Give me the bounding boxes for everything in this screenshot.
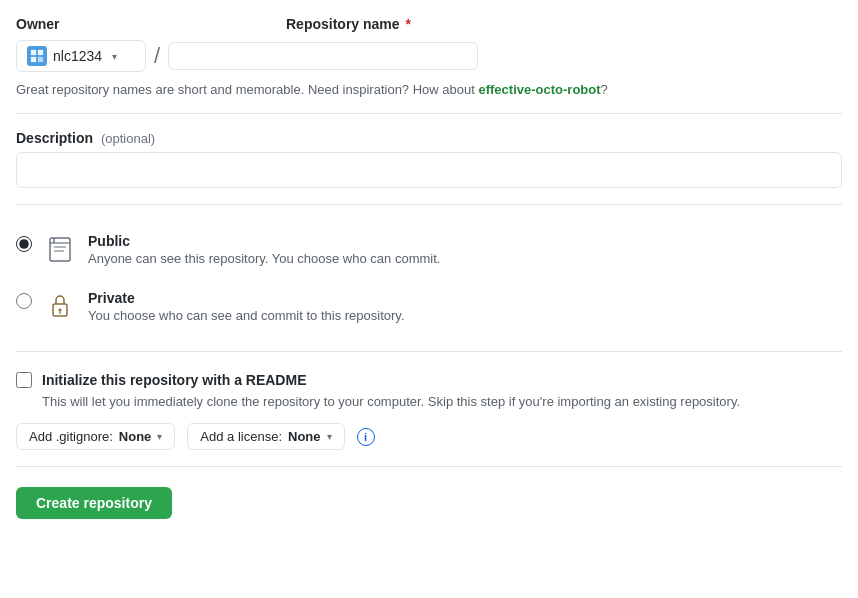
private-icon bbox=[44, 290, 76, 322]
private-title: Private bbox=[88, 290, 405, 306]
info-icon[interactable]: i bbox=[357, 428, 375, 446]
owner-avatar bbox=[27, 46, 47, 66]
private-radio[interactable] bbox=[16, 293, 32, 309]
suggestion-link[interactable]: effective-octo-robot bbox=[478, 82, 600, 97]
initialize-desc: This will let you immediately clone the … bbox=[42, 394, 842, 409]
public-title: Public bbox=[88, 233, 440, 249]
required-asterisk: * bbox=[405, 16, 410, 32]
gitignore-dropdown[interactable]: Add .gitignore: None ▾ bbox=[16, 423, 175, 450]
svg-rect-2 bbox=[31, 57, 36, 62]
description-label: Description (optional) bbox=[16, 130, 842, 146]
repo-name-input[interactable] bbox=[168, 42, 478, 70]
gitignore-caret-icon: ▾ bbox=[157, 431, 162, 442]
public-option: Public Anyone can see this repository. Y… bbox=[16, 221, 842, 278]
license-caret-icon: ▾ bbox=[327, 431, 332, 442]
private-desc: You choose who can see and commit to thi… bbox=[88, 308, 405, 323]
owner-name: nlc1234 bbox=[53, 48, 102, 64]
owner-label: Owner bbox=[16, 16, 156, 32]
visibility-section: Public Anyone can see this repository. Y… bbox=[16, 221, 842, 335]
public-icon bbox=[44, 233, 76, 265]
owner-dropdown[interactable]: nlc1234 ▾ bbox=[16, 40, 146, 72]
license-dropdown[interactable]: Add a license: None ▾ bbox=[187, 423, 344, 450]
description-input[interactable] bbox=[16, 152, 842, 188]
public-desc: Anyone can see this repository. You choo… bbox=[88, 251, 440, 266]
slash-divider: / bbox=[154, 43, 160, 69]
divider-2 bbox=[16, 204, 842, 205]
create-repository-button[interactable]: Create repository bbox=[16, 487, 172, 519]
public-radio[interactable] bbox=[16, 236, 32, 252]
hint-text: Great repository names are short and mem… bbox=[16, 82, 842, 97]
initialize-section: Initialize this repository with a README… bbox=[16, 368, 842, 450]
svg-point-10 bbox=[59, 309, 62, 312]
description-optional: (optional) bbox=[101, 131, 155, 146]
initialize-title: Initialize this repository with a README bbox=[42, 372, 306, 388]
svg-rect-1 bbox=[38, 50, 43, 55]
svg-rect-0 bbox=[31, 50, 36, 55]
private-option: Private You choose who can see and commi… bbox=[16, 278, 842, 335]
svg-rect-4 bbox=[50, 238, 70, 261]
divider-3 bbox=[16, 351, 842, 352]
gitignore-license-row: Add .gitignore: None ▾ Add a license: No… bbox=[16, 423, 842, 450]
dropdown-caret-icon: ▾ bbox=[112, 51, 117, 62]
svg-rect-3 bbox=[38, 57, 43, 62]
divider-4 bbox=[16, 466, 842, 467]
initialize-checkbox[interactable] bbox=[16, 372, 32, 388]
divider-1 bbox=[16, 113, 842, 114]
repo-name-label: Repository name * bbox=[286, 16, 411, 32]
